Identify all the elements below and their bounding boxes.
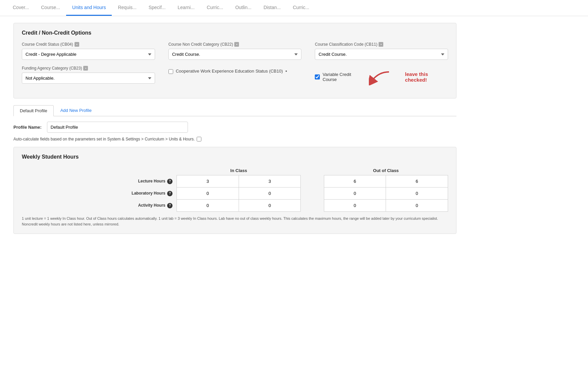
variable-credit-checkbox[interactable]: [315, 74, 320, 80]
course-credit-status-help-icon[interactable]: ▪: [75, 42, 79, 47]
hours-table-container: In Class Out of Class Lecture Hours ?: [22, 166, 448, 212]
variable-credit-section: Variable Credit Course: [315, 69, 448, 85]
profile-name-label: Profile Name:: [13, 125, 42, 130]
course-classification-select[interactable]: Credit Course.: [315, 49, 448, 60]
lecture-out-class-2-input[interactable]: [387, 176, 447, 186]
lab-in-class-2-input[interactable]: [240, 188, 300, 199]
funding-agency-group: Funding Agency Category (CB23) ▪ Not App…: [22, 66, 155, 84]
lecture-hours-label: Lecture Hours ?: [22, 175, 177, 188]
nav-tab-curric---[interactable]: Curric...: [201, 0, 229, 16]
lecture-hours-info-icon[interactable]: ?: [167, 179, 173, 184]
annotation-text: leave this checked!: [405, 71, 448, 83]
course-credit-status-select[interactable]: Credit - Degree Applicable: [22, 49, 155, 60]
activity-out-class-2-input[interactable]: [387, 200, 447, 211]
weekly-hours-title: Weekly Student Hours: [22, 154, 448, 160]
lecture-out-class-1-input[interactable]: [325, 176, 385, 186]
lab-in-class-1[interactable]: [177, 188, 239, 200]
auto-calc-row: Auto-calculate fields based on the param…: [13, 137, 456, 141]
activity-out-class-1-input[interactable]: [325, 200, 385, 211]
lecture-in-class-2[interactable]: [239, 175, 301, 188]
nav-tab-specif---[interactable]: Specif...: [143, 0, 172, 16]
funding-agency-select[interactable]: Not Applicable.: [22, 73, 155, 84]
lecture-out-class-2[interactable]: [386, 175, 448, 188]
profile-tabs-container: Default Profile Add New Profile Profile …: [13, 105, 456, 141]
lab-out-class-1-input[interactable]: [325, 188, 385, 199]
nav-tab-curric---[interactable]: Curric...: [287, 0, 315, 16]
weekly-hours-footer: 1 unit lecture = 1 weekly In Class hour.…: [22, 216, 448, 227]
annotation-arrow: [369, 69, 396, 85]
course-non-credit-help-icon[interactable]: ▪: [234, 42, 239, 47]
activity-hours-info-icon[interactable]: ?: [167, 203, 173, 208]
hours-table: In Class Out of Class Lecture Hours ?: [22, 166, 448, 212]
nav-tab-distan---[interactable]: Distan...: [257, 0, 287, 16]
nav-tab-requis---[interactable]: Requis...: [112, 0, 142, 16]
funding-agency-help-icon[interactable]: ▪: [83, 66, 88, 71]
nav-tabs: Cover...Course...Units and HoursRequis..…: [0, 0, 588, 16]
cooperative-work-label: Cooperative Work Experience Education St…: [176, 69, 287, 74]
credit-section: Credit / Non-Credit Options Course Credi…: [13, 23, 456, 98]
in-class-header: In Class: [177, 166, 301, 175]
lab-out-class-1[interactable]: [324, 188, 386, 200]
nav-tab-learni---[interactable]: Learni...: [172, 0, 201, 16]
lecture-in-class-2-input[interactable]: [240, 176, 300, 186]
main-content: Credit / Non-Credit Options Course Credi…: [0, 16, 470, 247]
activity-in-class-2[interactable]: [239, 200, 301, 212]
nav-tab-course---[interactable]: Course...: [35, 0, 66, 16]
activity-in-class-2-input[interactable]: [240, 200, 300, 211]
activity-out-class-1[interactable]: [324, 200, 386, 212]
course-classification-help-icon[interactable]: ▪: [379, 42, 383, 47]
lab-out-class-2-input[interactable]: [387, 188, 447, 199]
credit-section-title: Credit / Non-Credit Options: [22, 30, 448, 36]
activity-in-class-1[interactable]: [177, 200, 239, 212]
cooperative-work-group: Cooperative Work Experience Education St…: [168, 66, 302, 74]
profile-tab-default[interactable]: Default Profile: [13, 105, 54, 116]
course-credit-status-label: Course Credit Status (CB04) ▪: [22, 42, 155, 47]
funding-agency-label: Funding Agency Category (CB23) ▪: [22, 66, 155, 71]
course-non-credit-label: Course Non Credit Category (CB22) ▪: [168, 42, 302, 47]
lab-in-class-1-input[interactable]: [178, 188, 238, 199]
lab-in-class-2[interactable]: [239, 188, 301, 200]
laboratory-hours-label: Laboratory Hours ?: [22, 188, 177, 200]
nav-tab-units-and-hours[interactable]: Units and Hours: [66, 0, 112, 16]
credit-form-row-1: Course Credit Status (CB04) ▪ Credit - D…: [22, 42, 448, 60]
activity-in-class-1-input[interactable]: [178, 200, 238, 211]
course-non-credit-group: Course Non Credit Category (CB22) ▪ Cred…: [168, 42, 302, 60]
course-credit-status-group: Course Credit Status (CB04) ▪ Credit - D…: [22, 42, 155, 60]
lecture-in-class-1-input[interactable]: [178, 176, 238, 186]
cooperative-work-checkbox[interactable]: [168, 69, 173, 74]
auto-calc-checkbox[interactable]: [197, 137, 201, 141]
profile-tabs: Default Profile Add New Profile: [13, 105, 456, 116]
nav-tab-cover---[interactable]: Cover...: [7, 0, 35, 16]
activity-out-class-2[interactable]: [386, 200, 448, 212]
lab-out-class-2[interactable]: [386, 188, 448, 200]
variable-credit-group: Variable Credit Course: [315, 66, 448, 85]
laboratory-hours-info-icon[interactable]: ?: [167, 191, 173, 196]
course-classification-label: Course Classification Code (CB11) ▪: [315, 42, 448, 47]
variable-credit-label: Variable Credit Course: [323, 72, 363, 82]
activity-hours-label: Activity Hours ?: [22, 200, 177, 212]
profile-name-input[interactable]: [47, 122, 188, 133]
cooperative-work-checkbox-row: Cooperative Work Experience Education St…: [168, 69, 302, 74]
credit-form-row-2: Funding Agency Category (CB23) ▪ Not App…: [22, 66, 448, 85]
auto-calc-text: Auto-calculate fields based on the param…: [13, 137, 195, 141]
cooperative-work-help-icon[interactable]: ▪: [285, 69, 287, 74]
table-row: Laboratory Hours ?: [22, 188, 448, 200]
profile-name-row: Profile Name:: [13, 122, 456, 133]
course-non-credit-select[interactable]: Credit Course.: [168, 49, 302, 60]
course-classification-group: Course Classification Code (CB11) ▪ Cred…: [315, 42, 448, 60]
nav-tab-outlin---[interactable]: Outlin...: [229, 0, 257, 16]
lecture-out-class-1[interactable]: [324, 175, 386, 188]
weekly-hours-section: Weekly Student Hours In Class Out of Cla…: [13, 147, 456, 234]
profile-tab-add-new[interactable]: Add New Profile: [54, 105, 98, 116]
out-of-class-header: Out of Class: [324, 166, 448, 175]
table-row: Lecture Hours ?: [22, 175, 448, 188]
lecture-in-class-1[interactable]: [177, 175, 239, 188]
table-row: Activity Hours ?: [22, 200, 448, 212]
